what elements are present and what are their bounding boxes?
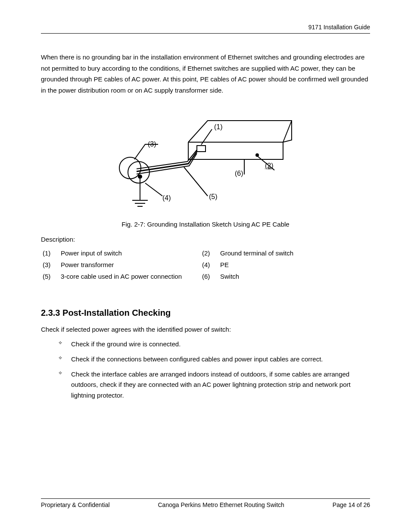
svg-line-14 (145, 183, 162, 196)
footer-left: Proprietary & Confidential (41, 501, 110, 508)
table-row: (5) 3-core cable used in AC power connec… (41, 271, 370, 282)
callout-3: (3) (148, 140, 156, 148)
callout-6: (6) (235, 170, 243, 177)
desc-num: (5) (41, 271, 59, 282)
list-text: Check if the ground wire is connected. (71, 340, 181, 348)
list-item: ✧ Check the interface cables are arrange… (58, 369, 370, 401)
desc-num: (1) (41, 247, 59, 259)
header-title: 9171 Installation Guide (308, 24, 370, 31)
description-table: (1) Power input of switch (2) Ground ter… (41, 247, 370, 282)
page: 9171 Installation Guide When there is no… (0, 0, 411, 532)
callout-5: (5) (209, 193, 218, 200)
intro-paragraph: When there is no grounding bar in the in… (41, 52, 370, 96)
callout-4: (4) (162, 194, 171, 202)
table-row: (1) Power input of switch (2) Ground ter… (41, 247, 370, 259)
desc-text: Ground terminal of switch (218, 247, 370, 259)
diamond-bullet-icon: ✧ (58, 339, 62, 348)
svg-point-7 (119, 157, 141, 179)
desc-num: (6) (200, 271, 218, 282)
figure-caption: Fig. 2-7: Grounding Installation Sketch … (41, 221, 370, 228)
list-text: Check the interface cables are arranged … (71, 370, 351, 399)
section-intro: Check if selected power agrees with the … (41, 324, 370, 335)
diamond-bullet-icon: ✧ (58, 369, 62, 378)
page-header: 9171 Installation Guide (41, 24, 370, 34)
page-footer: Proprietary & Confidential Canoga Perkin… (41, 498, 370, 508)
callout-1: (1) (214, 123, 223, 131)
desc-text: Power transformer (59, 259, 200, 271)
desc-num: (3) (41, 259, 59, 271)
check-list: ✧ Check if the ground wire is connected.… (41, 339, 370, 401)
svg-line-15 (184, 167, 208, 196)
desc-text: Switch (218, 271, 370, 282)
desc-text: PE (218, 259, 370, 271)
footer-right: Page 14 of 26 (333, 501, 370, 508)
section-heading: 2.3.3 Post-Installation Checking (41, 308, 370, 318)
svg-point-9 (138, 174, 142, 179)
svg-rect-2 (197, 146, 206, 152)
list-item: ✧ Check if the connections between confi… (58, 354, 370, 365)
footer-center: Canoga Perkins Metro Ethernet Routing Sw… (158, 501, 284, 508)
figure-diagram: (1) (2) (6) (41, 103, 370, 215)
description-label: Description: (41, 236, 370, 243)
table-row: (3) Power transformer (4) PE (41, 259, 370, 271)
diamond-bullet-icon: ✧ (58, 354, 62, 363)
desc-text: 3-core cable used in AC power connection (59, 271, 200, 282)
svg-line-1 (283, 121, 292, 142)
list-text: Check if the connections between configu… (71, 355, 323, 363)
list-item: ✧ Check if the ground wire is connected. (58, 339, 370, 350)
desc-text: Power input of switch (59, 247, 200, 259)
callout-2: (2) (265, 162, 274, 169)
desc-num: (4) (200, 259, 218, 271)
desc-num: (2) (200, 247, 218, 259)
